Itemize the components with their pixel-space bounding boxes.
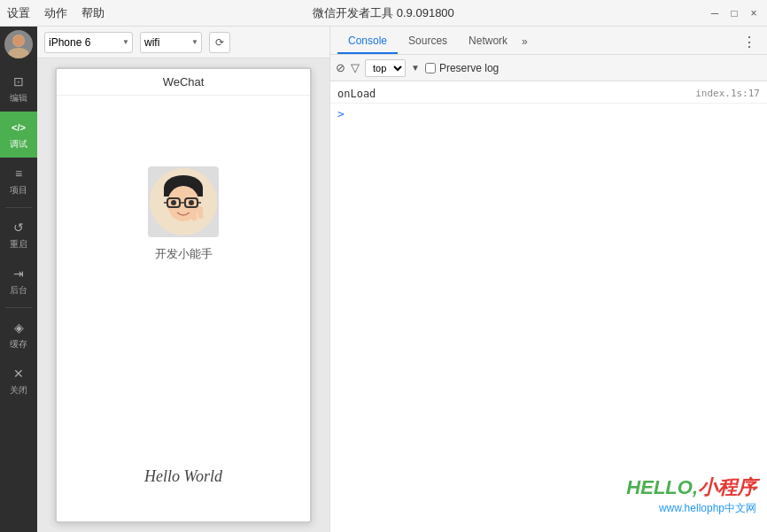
svg-point-1	[8, 48, 29, 58]
avatar[interactable]	[4, 30, 33, 58]
simulator-toolbar: iPhone 6 wifi ⟳	[37, 27, 329, 58]
hello-text: Hello World	[144, 467, 222, 486]
console-message: onLoad	[337, 88, 688, 100]
svg-point-2	[13, 35, 24, 46]
devtools-filter-bar: ⊘ ▽ top ▼ Preserve log	[330, 55, 767, 81]
cache-icon: ◈	[10, 319, 27, 336]
main-layout: ⊡ 编辑 </> 调试 ≡ 项目 ↺ 重启 ⇥ 后台 ◈ 缓存 ✕ 关闭	[0, 27, 767, 532]
tab-console[interactable]: Console	[337, 29, 398, 54]
svg-point-13	[189, 200, 194, 205]
sidebar-item-close-label: 关闭	[10, 384, 27, 397]
clear-console-icon[interactable]: ⊘	[336, 61, 345, 74]
sidebar-item-back[interactable]: ⇥ 后台	[0, 258, 37, 304]
debug-icon: </>	[10, 119, 27, 136]
sidebar-item-restart[interactable]: ↺ 重启	[0, 212, 37, 258]
sidebar-item-debug-label: 调试	[10, 138, 27, 150]
tab-sources[interactable]: Sources	[398, 29, 458, 54]
svg-rect-15	[198, 206, 204, 219]
phone-frame: WeChat	[55, 67, 312, 523]
devtools-content: onLoad index.1s:17 >	[330, 81, 767, 532]
tab-more[interactable]: »	[518, 29, 531, 54]
tab-network[interactable]: Network	[458, 29, 518, 54]
sidebar-item-cache[interactable]: ◈ 缓存	[0, 312, 37, 358]
phone-status-bar: WeChat	[57, 69, 310, 96]
avatar-name: 开发小能手	[155, 246, 213, 262]
sidebar-item-cache-label: 缓存	[10, 338, 27, 351]
sidebar-item-project-label: 项目	[10, 184, 27, 197]
preserve-log-label: Preserve log	[439, 62, 499, 74]
phone-content: 开发小能手 Hello World	[57, 96, 310, 521]
maximize-button[interactable]: □	[728, 7, 740, 19]
network-select[interactable]: wifi	[140, 32, 202, 53]
sidebar-item-edit-label: 编辑	[10, 92, 27, 104]
back-icon: ⇥	[10, 265, 27, 282]
rotate-button[interactable]: ⟳	[209, 32, 230, 53]
filter-arrow-icon: ▼	[411, 63, 420, 73]
window-controls: ─ □ ×	[709, 7, 760, 19]
sidebar: ⊡ 编辑 </> 调试 ≡ 项目 ↺ 重启 ⇥ 后台 ◈ 缓存 ✕ 关闭	[0, 27, 37, 532]
console-row: onLoad index.1s:17	[330, 85, 767, 104]
device-select[interactable]: iPhone 6	[44, 32, 133, 53]
device-select-wrapper: iPhone 6	[44, 32, 133, 53]
sidebar-item-back-label: 后台	[10, 284, 27, 297]
menu-settings[interactable]: 设置	[7, 5, 30, 21]
phone-area: WeChat	[37, 58, 329, 532]
minimize-button[interactable]: ─	[709, 7, 721, 19]
devtools-panel: Console Sources Network » ⋮ ⊘ ▽ top ▼ Pr…	[329, 27, 767, 532]
console-source: index.1s:17	[695, 88, 760, 99]
menu-help[interactable]: 帮助	[81, 5, 105, 21]
close-icon: ✕	[10, 365, 27, 382]
network-select-wrapper: wifi	[140, 32, 202, 53]
console-prompt[interactable]: >	[330, 104, 767, 124]
filter-icon[interactable]: ▽	[351, 61, 360, 74]
menu-bar: 设置 动作 帮助	[7, 5, 105, 21]
sidebar-item-project[interactable]: ≡ 项目	[0, 158, 37, 204]
svg-point-12	[171, 200, 176, 205]
project-icon: ≡	[10, 165, 27, 182]
restart-icon: ↺	[10, 219, 27, 236]
context-select[interactable]: top	[365, 59, 406, 77]
preserve-log-area: Preserve log	[425, 62, 499, 74]
sidebar-divider-2	[5, 307, 32, 308]
close-button[interactable]: ×	[748, 7, 760, 19]
sidebar-item-close[interactable]: ✕ 关闭	[0, 358, 37, 404]
devtools-options-button[interactable]: ⋮	[739, 29, 760, 54]
user-avatar	[148, 166, 219, 237]
sidebar-item-edit[interactable]: ⊡ 编辑	[0, 66, 37, 112]
sidebar-item-restart-label: 重启	[10, 238, 27, 251]
avatar-area: 开发小能手	[148, 166, 219, 262]
devtools-tabs: Console Sources Network » ⋮	[330, 27, 767, 55]
preserve-log-checkbox[interactable]	[425, 63, 436, 73]
menu-actions[interactable]: 动作	[44, 5, 67, 21]
title-bar: 设置 动作 帮助 微信开发者工具 0.9.091800 ─ □ ×	[0, 0, 767, 27]
sidebar-item-debug[interactable]: </> 调试	[0, 112, 37, 158]
sidebar-divider-1	[5, 207, 32, 208]
edit-icon: ⊡	[10, 73, 27, 90]
app-title: 微信开发者工具 0.9.091800	[313, 5, 454, 21]
phone-title: WeChat	[163, 75, 205, 89]
simulator-panel: iPhone 6 wifi ⟳ WeChat	[37, 27, 329, 532]
